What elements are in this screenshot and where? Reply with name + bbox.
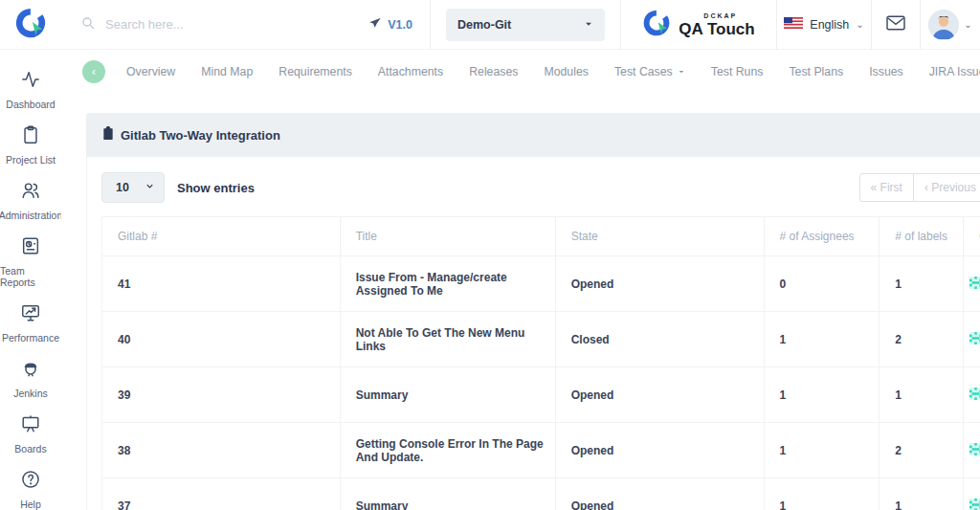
caret-down-icon	[145, 181, 155, 194]
help-circle-icon	[20, 469, 41, 494]
gitlab-integration-panel: Gitlab Two-Way Integration Add Gitlab Is…	[86, 113, 980, 510]
tab-requirements[interactable]: Requirements	[278, 65, 352, 78]
pagination-first-button[interactable]: « First	[859, 173, 914, 202]
chevron-down-icon: ⌄	[964, 19, 971, 30]
sidebar-item-administration[interactable]: Administration	[0, 180, 61, 221]
show-entries-label: Show entries	[177, 181, 255, 195]
tab-modules[interactable]: Modules	[544, 65, 588, 78]
messages-button[interactable]	[872, 0, 920, 49]
page-size-select[interactable]: 10	[101, 172, 165, 203]
language-label: English	[810, 18, 849, 32]
sidebar-item-help[interactable]: Help	[0, 469, 61, 510]
tab-attachments[interactable]: Attachments	[378, 65, 443, 78]
panel-title: Gitlab Two-Way Integration	[121, 128, 280, 143]
qatouch-logo-icon	[14, 7, 47, 43]
user-identicon	[969, 499, 980, 510]
main-content: ‹ Overview Mind Map Requirements Attachm…	[61, 50, 980, 510]
language-select[interactable]: English ⌄	[777, 0, 871, 49]
table-header-row: Gitlab # Title State # of Assignees # of…	[102, 217, 980, 256]
user-identicon	[969, 277, 980, 291]
nav-scroll-left-button[interactable]: ‹	[82, 60, 105, 83]
table-row: 37 Summary Opened 1 1 premnath Nov 01 20…	[102, 478, 980, 510]
app-logo[interactable]	[0, 0, 61, 49]
mail-icon	[885, 14, 906, 35]
clipboard-icon	[20, 124, 41, 149]
users-icon	[20, 180, 41, 205]
project-select-value: Demo-Git	[457, 18, 511, 32]
us-flag-icon	[784, 17, 803, 32]
user-identicon	[969, 332, 980, 346]
sidebar-item-team-reports[interactable]: Team Reports	[0, 235, 61, 288]
gitlab-issues-table: Gitlab # Title State # of Assignees # of…	[101, 216, 980, 510]
tab-jira-issues[interactable]: JIRA Issues	[929, 65, 980, 78]
version-badge: V1.0	[368, 0, 430, 49]
chevron-down-icon: ⌄	[856, 19, 863, 30]
project-nav: ‹ Overview Mind Map Requirements Attachm…	[61, 50, 980, 94]
panel-body: 10 Show entries « First ‹ Previous 1 2 3	[86, 157, 980, 510]
qatouch-brand-icon	[642, 9, 671, 41]
version-label: V1.0	[388, 18, 412, 32]
pagination-previous-button[interactable]: ‹ Previous	[913, 173, 980, 202]
col-gitlab-number: Gitlab #	[102, 217, 341, 256]
board-icon	[20, 413, 41, 438]
search-icon	[80, 15, 96, 34]
tab-overview[interactable]: Overview	[126, 65, 175, 78]
tab-issues[interactable]: Issues	[869, 65, 903, 78]
search-input[interactable]	[105, 17, 365, 32]
caret-down-icon	[584, 18, 593, 32]
user-menu[interactable]: ⌄	[921, 0, 980, 49]
top-bar: V1.0 Demo-Git DCKAP QA Touch	[0, 0, 980, 50]
user-avatar	[928, 10, 959, 40]
pagination: « First ‹ Previous 1 2 3 4 5 Next › Last…	[859, 173, 980, 202]
table-row: 38 Getting Console Error In The Page And…	[102, 423, 980, 478]
col-created-by: Created By	[963, 217, 980, 256]
tab-test-plans[interactable]: Test Plans	[789, 65, 843, 78]
col-assignees: # of Assignees	[764, 217, 880, 256]
performance-monitor-icon	[20, 302, 41, 327]
brand-top-label: DCKAP	[703, 12, 754, 19]
jenkins-butler-icon	[20, 358, 41, 383]
sidebar-item-jenkins[interactable]: Jenkins	[0, 358, 61, 399]
activity-icon	[20, 69, 41, 94]
global-search	[61, 0, 368, 49]
tab-test-runs[interactable]: Test Runs	[711, 65, 764, 78]
col-title: Title	[340, 217, 555, 256]
brand-logo: DCKAP QA Touch	[621, 0, 776, 49]
report-icon	[20, 235, 41, 260]
user-identicon	[969, 388, 980, 402]
tab-releases[interactable]: Releases	[469, 65, 518, 78]
table-row: 39 Summary Opened 1 1 premnath Nov 11 20…	[102, 367, 980, 423]
clipboard-title-icon	[101, 126, 115, 144]
sidebar-item-performance[interactable]: Performance	[0, 302, 61, 344]
sidebar: Dashboard Project List Administration Te…	[0, 50, 61, 510]
col-labels: # of labels	[880, 217, 964, 256]
caret-down-icon	[678, 65, 685, 78]
page-size-value: 10	[116, 181, 129, 194]
col-state: State	[555, 217, 764, 256]
sidebar-item-project-list[interactable]: Project List	[0, 124, 61, 166]
sidebar-item-dashboard[interactable]: Dashboard	[0, 69, 61, 110]
project-select[interactable]: Demo-Git	[446, 9, 605, 41]
sidebar-item-boards[interactable]: Boards	[0, 413, 61, 455]
release-icon	[368, 16, 382, 33]
table-row: 40 Not Able To Get The New Menu Links Cl…	[102, 312, 980, 367]
table-row: 41 Issue From - Manage/create Assigned T…	[102, 256, 980, 312]
tab-test-cases[interactable]: Test Cases	[614, 65, 685, 78]
panel-header: Gitlab Two-Way Integration Add Gitlab Is…	[86, 113, 980, 157]
user-identicon	[969, 443, 980, 457]
tab-mind-map[interactable]: Mind Map	[201, 65, 253, 78]
brand-name-label: QA Touch	[679, 21, 754, 37]
